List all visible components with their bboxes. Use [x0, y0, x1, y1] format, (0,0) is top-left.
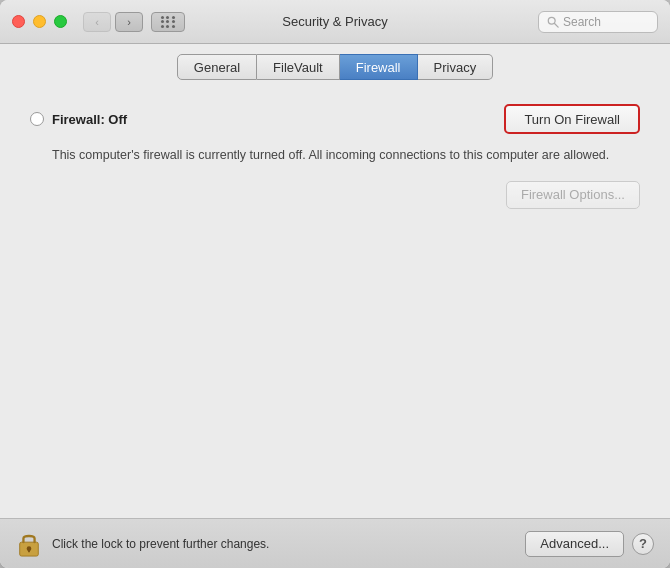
svg-rect-4 [28, 549, 30, 552]
back-button[interactable]: ‹ [83, 12, 111, 32]
tab-bar: General FileVault Firewall Privacy [0, 44, 670, 88]
search-box[interactable]: Search [538, 11, 658, 33]
bottom-bar: Click the lock to prevent further change… [0, 518, 670, 568]
turn-on-firewall-button[interactable]: Turn On Firewall [504, 104, 640, 134]
help-button[interactable]: ? [632, 533, 654, 555]
advanced-button[interactable]: Advanced... [525, 531, 624, 557]
firewall-status-left: Firewall: Off [30, 112, 127, 127]
svg-line-1 [555, 23, 559, 27]
grid-icon [161, 16, 176, 28]
grid-button[interactable] [151, 12, 185, 32]
minimize-button[interactable] [33, 15, 46, 28]
titlebar: ‹ › Security & Privacy Search [0, 0, 670, 44]
content-area: Firewall: Off Turn On Firewall This comp… [0, 88, 670, 518]
close-button[interactable] [12, 15, 25, 28]
empty-area [30, 209, 640, 409]
lock-text: Click the lock to prevent further change… [52, 537, 515, 551]
search-icon [547, 16, 559, 28]
window-title: Security & Privacy [282, 14, 387, 29]
lock-button[interactable] [16, 529, 42, 559]
firewall-status-radio[interactable] [30, 112, 44, 126]
bottom-right: Advanced... ? [525, 531, 654, 557]
firewall-options-button[interactable]: Firewall Options... [506, 181, 640, 209]
tab-firewall[interactable]: Firewall [340, 54, 418, 80]
maximize-button[interactable] [54, 15, 67, 28]
firewall-description: This computer's firewall is currently tu… [52, 146, 640, 165]
search-placeholder: Search [563, 15, 601, 29]
firewall-options-container: Firewall Options... [30, 181, 640, 209]
tab-general[interactable]: General [177, 54, 257, 80]
tab-privacy[interactable]: Privacy [418, 54, 494, 80]
lock-icon [18, 531, 40, 557]
nav-buttons: ‹ › [83, 12, 143, 32]
traffic-lights [12, 15, 67, 28]
tab-filevault[interactable]: FileVault [257, 54, 340, 80]
main-window: ‹ › Security & Privacy Search General Fi… [0, 0, 670, 568]
firewall-status-label: Firewall: Off [52, 112, 127, 127]
forward-button[interactable]: › [115, 12, 143, 32]
firewall-status-row: Firewall: Off Turn On Firewall [30, 104, 640, 134]
